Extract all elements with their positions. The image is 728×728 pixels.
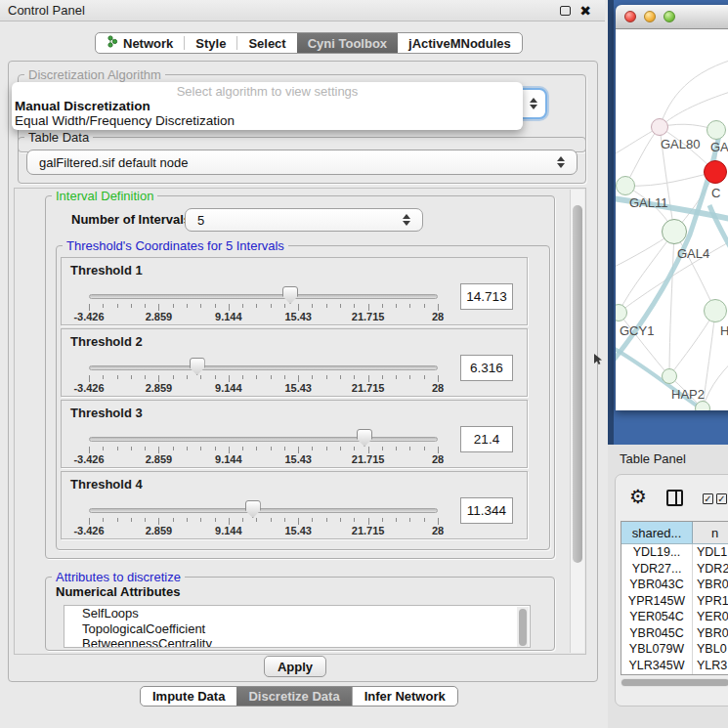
cell-name[interactable]: YBR0 <box>693 625 728 642</box>
cell-shared-name[interactable]: YIL05... <box>621 673 693 675</box>
attributes-scrollbar[interactable] <box>517 607 529 648</box>
tab-style[interactable]: Style <box>185 33 236 53</box>
slider-tick <box>312 304 313 308</box>
node-label: GAL80 <box>661 137 700 151</box>
attributes-list[interactable]: SelfLoopsTopologicalCoefficientBetweenne… <box>64 605 531 648</box>
cell-shared-name[interactable]: YLR345W <box>621 658 693 674</box>
slider-track[interactable] <box>89 294 438 299</box>
cell-shared-name[interactable]: YBR043C <box>621 577 693 593</box>
cell-shared-name[interactable]: YER054C <box>621 609 693 625</box>
slider-track[interactable] <box>89 365 438 370</box>
threshold-value-field[interactable]: 6.316 <box>460 355 513 381</box>
slider-tick <box>271 518 272 522</box>
apply-button[interactable]: Apply <box>264 656 326 677</box>
zoom-traffic-light-icon[interactable] <box>664 11 675 22</box>
table-row[interactable]: YBL079WYBL0 <box>621 641 728 658</box>
cell-name[interactable]: YER0 <box>693 609 728 625</box>
attribute-item[interactable]: BetweennessCentrality <box>64 636 530 648</box>
cell-name[interactable]: YPR1 <box>693 593 728 610</box>
close-icon[interactable]: ✖ <box>579 6 591 16</box>
cell-shared-name[interactable]: YBR045C <box>621 625 693 642</box>
settings-gear-icon[interactable]: ⚙ <box>629 487 647 506</box>
slider-tick <box>173 304 174 308</box>
slider-track[interactable] <box>89 508 438 513</box>
float-window-icon[interactable] <box>560 6 571 16</box>
slider-tick <box>158 375 159 382</box>
node-attribute-table[interactable]: shared... n YDL19...YDL1YDR27...YDR2YBR0… <box>621 521 728 675</box>
slider-scale-label: 21.715 <box>339 382 398 394</box>
cell-shared-name[interactable]: YBL079W <box>621 641 693 658</box>
network-node-gal80[interactable] <box>651 118 668 136</box>
tab-cyni-toolbox[interactable]: Cyni Toolbox <box>297 33 398 53</box>
threshold-value-field[interactable]: 14.713 <box>460 283 513 310</box>
threshold-value-field[interactable]: 11.344 <box>460 497 513 524</box>
table-row[interactable]: YDR27...YDR2 <box>621 561 728 578</box>
cell-name[interactable]: YIL0 <box>693 673 728 675</box>
attribute-item[interactable]: TopologicalCoefficient <box>64 621 530 637</box>
slider-tick <box>312 518 313 522</box>
slider-track[interactable] <box>89 437 438 442</box>
network-node-c[interactable] <box>704 160 727 184</box>
attribute-item[interactable]: SelfLoops <box>64 606 530 621</box>
split-columns-icon[interactable] <box>666 490 683 506</box>
cell-shared-name[interactable]: YDR27... <box>621 561 693 578</box>
slider-thumb[interactable] <box>282 286 298 304</box>
tab-select[interactable]: Select <box>237 33 296 53</box>
close-traffic-light-icon[interactable] <box>624 11 636 22</box>
slider-tick <box>284 304 285 308</box>
cell-shared-name[interactable]: YDL19... <box>621 544 693 561</box>
network-node-gal4[interactable] <box>662 219 687 244</box>
num-intervals-label: Number of Intervals <box>71 212 191 227</box>
table-row[interactable]: YDL19...YDL1 <box>621 544 728 561</box>
column-header-name[interactable]: n <box>693 522 728 543</box>
slider-tick <box>326 518 327 522</box>
cell-name[interactable]: YBL0 <box>693 641 728 658</box>
slider-thumb[interactable] <box>190 358 205 375</box>
scrollbar-thumb[interactable] <box>573 205 582 563</box>
slider-thumb[interactable] <box>245 500 261 518</box>
tab-infer-network[interactable]: Infer Network <box>352 687 457 706</box>
network-node[interactable] <box>695 401 710 410</box>
slider-thumb[interactable] <box>357 429 372 447</box>
network-node-hap2[interactable] <box>662 368 677 384</box>
cell-shared-name[interactable]: YPR145W <box>621 593 693 610</box>
slider-tick <box>117 447 118 450</box>
slider-scale-label: 28 <box>408 525 467 536</box>
tab-discretize-data[interactable]: Discretize Data <box>236 687 351 706</box>
horizontal-scrollbar[interactable] <box>621 678 728 687</box>
scrollbar-thumb[interactable] <box>519 609 527 646</box>
cell-name[interactable]: YDL1 <box>693 544 728 561</box>
checkbox-icon[interactable]: ✓ <box>716 493 727 504</box>
minimize-traffic-light-icon[interactable] <box>644 11 656 22</box>
table-row[interactable]: YBR045CYBR0 <box>621 625 728 642</box>
algorithm-option-manual[interactable]: Manual Discretization <box>12 99 523 113</box>
table-row[interactable]: YBR043CYBR0 <box>621 577 728 593</box>
table-data-select[interactable]: galFiltered.sif default node <box>26 150 578 175</box>
algorithm-option-equal-width[interactable]: Equal Width/Frequency Discretization <box>12 113 523 128</box>
checkbox-icon[interactable]: ✓ <box>703 493 713 504</box>
cell-name[interactable]: YLR3 <box>693 658 728 674</box>
cell-name[interactable]: YBR0 <box>693 577 728 593</box>
table-row[interactable]: YPR145WYPR1 <box>621 593 728 610</box>
network-node-gal11[interactable] <box>616 176 635 195</box>
num-intervals-select[interactable]: 5 <box>185 208 423 232</box>
tab-jactivemnodules[interactable]: jActiveMNodules <box>398 33 522 53</box>
threshold-panel-3: Threshold 321.4-3.4262.8599.14415.4321.7… <box>61 400 528 468</box>
network-node-ga[interactable] <box>707 120 726 140</box>
network-canvas[interactable]: GAL80GACGAL11GAL4GCY1HHAP2 <box>616 29 728 410</box>
threshold-value-field[interactable]: 21.4 <box>460 426 513 452</box>
vertical-scrollbar[interactable] <box>570 190 584 653</box>
slider-tick <box>242 447 243 450</box>
slider-tick <box>187 375 188 379</box>
tab-network[interactable]: Network <box>96 33 184 53</box>
network-node-h[interactable] <box>704 299 727 322</box>
cell-name[interactable]: YDR2 <box>693 561 728 578</box>
column-header-shared-name[interactable]: shared... <box>621 522 693 543</box>
tab-label: Network <box>123 36 173 51</box>
table-row[interactable]: YIL05...YIL0 <box>621 673 728 675</box>
tab-impute-data[interactable]: Impute Data <box>141 687 236 706</box>
scrollbar-thumb[interactable] <box>621 679 728 686</box>
table-row[interactable]: YER054CYER0 <box>621 609 728 625</box>
slider-tick <box>187 304 188 308</box>
table-row[interactable]: YLR345WYLR3 <box>621 658 728 674</box>
